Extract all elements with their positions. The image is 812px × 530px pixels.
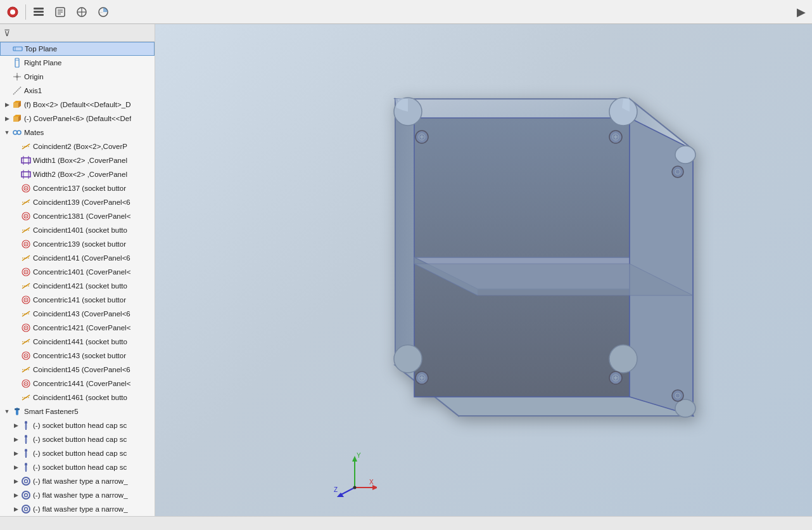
tree-item-coincident1421[interactable]: Coincident1421 (socket butto: [0, 279, 155, 293]
expand-btn[interactable]: [11, 212, 20, 221]
property-button[interactable]: [50, 3, 70, 22]
concentric-icon: [20, 350, 32, 361]
expand-btn[interactable]: [11, 226, 20, 235]
more-button[interactable]: ▶: [793, 5, 809, 19]
expand-btn[interactable]: ▶: [11, 491, 20, 500]
expand-btn[interactable]: [3, 44, 12, 53]
expand-btn[interactable]: [11, 184, 20, 193]
expand-btn[interactable]: [11, 198, 20, 207]
expand-btn[interactable]: [11, 295, 20, 304]
tree-item-washer1[interactable]: ▶ (-) flat washer type a narrow_: [0, 474, 155, 488]
tree-item-coincident1461[interactable]: Coincident1461 (socket butto: [0, 391, 155, 404]
svg-rect-94: [25, 463, 27, 466]
svg-point-118: [675, 146, 695, 164]
svg-rect-80: [25, 424, 27, 430]
tree-item-concentric1401[interactable]: Concentric1401 (CoverPanel<: [0, 265, 155, 279]
tree-item-coincident2[interactable]: Coincident2 (Box<2>,CoverP: [0, 139, 155, 153]
expand-btn[interactable]: [11, 240, 20, 249]
expand-btn-mates[interactable]: ▼: [3, 128, 11, 137]
expand-btn[interactable]: [11, 337, 20, 346]
expand-btn-fastener[interactable]: ▼: [3, 407, 11, 416]
svg-rect-84: [25, 435, 27, 438]
concentric1381-label: Concentric1381 (CoverPanel<: [33, 212, 130, 220]
expand-btn[interactable]: [3, 72, 11, 81]
washer-icon: [20, 489, 32, 501]
appearance-button[interactable]: [93, 3, 113, 22]
tree-item-coincident143[interactable]: Coincident143 (CoverPanel<6: [0, 307, 155, 321]
concentric139-label: Concentric139 (socket buttor: [33, 240, 126, 248]
expand-btn[interactable]: [3, 86, 11, 95]
coincident1421-label: Coincident1421 (socket butto: [33, 282, 127, 290]
filter-icon: ⊽: [4, 28, 10, 38]
expand-btn[interactable]: [11, 170, 20, 179]
expand-btn[interactable]: [11, 281, 20, 290]
tree-item-concentric1381[interactable]: Concentric1381 (CoverPanel<: [0, 209, 155, 223]
tree-item-coverpanel[interactable]: ▶ (-) CoverPanel<6> (Default<<Def: [0, 112, 155, 126]
tree-item-washer2[interactable]: ▶ (-) flat washer type a narrow_: [0, 488, 155, 502]
configuration-button[interactable]: [72, 3, 92, 22]
expand-btn[interactable]: [11, 393, 20, 402]
expand-btn[interactable]: [11, 323, 20, 332]
tree-item-screw1[interactable]: ▶ (-) socket button head cap sc: [0, 418, 155, 432]
tree-item-coincident141[interactable]: Coincident141 (CoverPanel<6: [0, 251, 155, 265]
tree-item-concentric1441[interactable]: Concentric1441 (CoverPanel<: [0, 377, 155, 391]
tree-item-concentric141[interactable]: Concentric141 (socket buttor: [0, 293, 155, 307]
coincident145-label: Coincident145 (CoverPanel<6: [33, 366, 130, 373]
tree-item-top-plane[interactable]: Top Plane: [0, 42, 155, 56]
svg-point-103: [22, 505, 30, 513]
tree-item-washer3[interactable]: ▶ (-) flat washer type a narrow_: [0, 502, 155, 516]
expand-btn[interactable]: ▶: [11, 449, 20, 458]
tree-item-concentric1421[interactable]: Concentric1421 (CoverPanel<: [0, 321, 155, 335]
mates-label: Mates: [24, 129, 44, 136]
expand-btn[interactable]: ▶: [11, 435, 20, 444]
right-plane-label: Right Plane: [24, 59, 61, 67]
tree-item-mates[interactable]: ▼ Mates: [0, 126, 155, 139]
tree-item-coincident139[interactable]: Coincident139 (CoverPanel<6: [0, 195, 155, 209]
expand-btn-box[interactable]: ▶: [3, 100, 11, 109]
expand-btn[interactable]: [11, 142, 20, 151]
tree-item-coincident145[interactable]: Coincident145 (CoverPanel<6: [0, 363, 155, 377]
tree-item-concentric139[interactable]: Concentric139 (socket buttor: [0, 237, 155, 251]
expand-btn[interactable]: ▶: [11, 463, 20, 472]
expand-btn[interactable]: [11, 254, 20, 262]
tree-item-coincident1401[interactable]: Coincident1401 (socket butto: [0, 223, 155, 237]
coincident-icon: [20, 280, 32, 292]
svg-point-138: [672, 166, 683, 178]
expand-btn[interactable]: ▶: [11, 477, 20, 486]
tree-item-screw4[interactable]: ▶ (-) socket button head cap sc: [0, 460, 155, 474]
feature-tree[interactable]: Top Plane Right Plane: [0, 42, 155, 516]
concentric-icon: [20, 183, 32, 194]
tree-item-concentric137[interactable]: Concentric137 (socket buttor: [0, 181, 155, 195]
feature-tree-button[interactable]: [29, 3, 49, 22]
tree-item-right-plane[interactable]: Right Plane: [0, 56, 155, 70]
expand-btn[interactable]: [11, 268, 20, 276]
tree-item-width1[interactable]: Width1 (Box<2> ,CoverPanel: [0, 153, 155, 167]
expand-btn[interactable]: [11, 309, 20, 318]
expand-btn[interactable]: [11, 365, 20, 374]
fastener-icon: [11, 406, 23, 417]
3d-model: [275, 48, 718, 492]
expand-btn[interactable]: [3, 58, 11, 67]
expand-btn[interactable]: ▶: [11, 421, 20, 430]
tree-item-origin[interactable]: Origin: [0, 70, 155, 84]
tree-item-concentric143[interactable]: Concentric143 (socket buttor: [0, 349, 155, 363]
tree-item-smart-fastener5[interactable]: ▼ Smart Fastener5: [0, 404, 155, 418]
logo-button[interactable]: [3, 3, 23, 22]
coincident1401-label: Coincident1401 (socket butto: [33, 226, 127, 234]
expand-btn[interactable]: [11, 379, 20, 388]
smart-fastener5-label: Smart Fastener5: [24, 408, 79, 415]
tree-item-screw2[interactable]: ▶ (-) socket button head cap sc: [0, 432, 155, 446]
tree-item-axis1[interactable]: Axis1: [0, 84, 155, 98]
viewport[interactable]: Y X Z: [155, 24, 812, 516]
expand-btn[interactable]: ▶: [11, 505, 20, 514]
tree-item-screw3[interactable]: ▶ (-) socket button head cap sc: [0, 446, 155, 460]
expand-btn-cover[interactable]: ▶: [3, 114, 11, 123]
svg-point-27: [13, 131, 17, 134]
expand-btn[interactable]: [11, 156, 20, 165]
svg-rect-15: [15, 58, 19, 67]
tree-item-box[interactable]: ▶ (f) Box<2> (Default<<Default>_D: [0, 98, 155, 112]
expand-btn[interactable]: [11, 351, 20, 360]
tree-item-coincident1441[interactable]: Coincident1441 (socket butto: [0, 335, 155, 349]
concentric-icon: [20, 210, 32, 222]
tree-item-width2[interactable]: Width2 (Box<2> ,CoverPanel: [0, 167, 155, 181]
